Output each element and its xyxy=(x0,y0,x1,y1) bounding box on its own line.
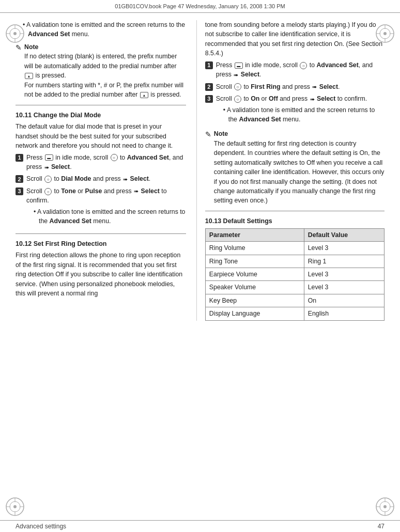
corner-decoration-tr xyxy=(375,24,395,43)
menu-icon-r-step1: ▬ xyxy=(235,62,243,69)
select-icon-step1: ➠ xyxy=(44,163,49,172)
table-row: Earpiece VolumeLevel 3 xyxy=(205,268,384,280)
note-text-2: Note The default setting for first ring … xyxy=(214,129,384,206)
select-icon-r-step3: ➠ xyxy=(310,95,315,104)
corner-decoration-bl xyxy=(5,497,25,517)
defaults-table: Parameter Default Value Ring VolumeLevel… xyxy=(205,228,384,321)
table-row: Display LanguageEnglish xyxy=(205,307,384,320)
corner-decoration-tl xyxy=(5,24,25,43)
table-cell-parameter: Display Language xyxy=(205,307,304,320)
footer-right: 47 xyxy=(378,523,384,530)
table-row: Key BeepOn xyxy=(205,294,384,307)
left-column: • A validation tone is emitted and the s… xyxy=(16,20,196,321)
select-icon-r-step2: ➠ xyxy=(312,83,317,91)
step-1012-3: 3 Scroll ○ to On or Off and press ➠ Sele… xyxy=(205,94,384,126)
step-1011-3-bullet: • A validation tone is emitted and the s… xyxy=(34,207,186,226)
divider-1 xyxy=(16,105,186,105)
header-text: 01GB01COV.book Page 47 Wednesday, Januar… xyxy=(115,3,285,9)
table-row: Ring VolumeLevel 3 xyxy=(205,242,384,255)
table-cell-value: Level 3 xyxy=(304,281,384,294)
header-bar: 01GB01COV.book Page 47 Wednesday, Januar… xyxy=(0,0,400,13)
section-1013-title: 10.13 Default Settings xyxy=(205,216,384,226)
intro-bullet-text: A validation tone is emitted and the scr… xyxy=(26,21,185,38)
step-1012-2: 2 Scroll ○ to First Ring and press ➠ Sel… xyxy=(205,82,384,91)
scroll-icon-r-step3: ○ xyxy=(234,96,241,103)
table-cell-value: English xyxy=(304,307,384,320)
step-1012-3-bullet: • A validation tone is emitted and the s… xyxy=(223,105,384,124)
scroll-icon-r-step1: ○ xyxy=(300,62,307,69)
menu-icon-step1: ▬ xyxy=(45,154,53,161)
select-icon-step3: ➠ xyxy=(134,187,139,196)
select-icon-r-step1: ➠ xyxy=(234,71,238,80)
table-cell-value: Ring 1 xyxy=(304,255,384,268)
note-icon-1: ✎ xyxy=(16,42,22,53)
corner-decoration-br xyxy=(375,497,395,517)
section-1012-continued: tone from sounding before a melody start… xyxy=(205,20,384,58)
table-cell-parameter: Ring Tone xyxy=(205,255,304,268)
svg-point-23 xyxy=(383,505,387,508)
step-1011-1: 1 Press ▬ in idle mode, scroll ○ to Adva… xyxy=(16,153,186,172)
scroll-icon-step1: ○ xyxy=(111,154,118,161)
menu-icon-inline-2: ▴ xyxy=(140,92,148,98)
table-cell-parameter: Speaker Volume xyxy=(205,281,304,294)
note-body-1: If no detect string (blank) is entered, … xyxy=(24,53,177,79)
step-1011-3: 3 Scroll ○ to Tone or Pulse and press ➠ … xyxy=(16,186,186,228)
note-body-2: For numbers starting with *, # or P, the… xyxy=(24,82,183,98)
main-content: • A validation tone is emitted and the s… xyxy=(0,15,400,326)
section-1011-steps: 1 Press ▬ in idle mode, scroll ○ to Adva… xyxy=(16,153,186,228)
scroll-icon-step2: ○ xyxy=(44,176,52,183)
table-cell-value: Level 3 xyxy=(304,268,384,280)
step-1012-1: 1 Press ▬ in idle mode, scroll ○ to Adva… xyxy=(205,60,384,80)
table-row: Speaker VolumeLevel 3 xyxy=(205,281,384,294)
svg-point-16 xyxy=(13,505,17,508)
divider-2 xyxy=(16,233,186,234)
table-cell-value: Level 3 xyxy=(304,242,384,255)
svg-point-9 xyxy=(383,32,387,35)
table-cell-parameter: Key Beep xyxy=(205,294,304,307)
footer-bar: Advanced settings 47 xyxy=(0,520,400,532)
section-1012-steps: 1 Press ▬ in idle mode, scroll ○ to Adva… xyxy=(205,60,384,127)
note2-body: The default setting for first ring detec… xyxy=(214,140,384,205)
section-1011-body: The default value for dial mode that is … xyxy=(16,122,186,150)
select-icon-step2: ➠ xyxy=(123,175,128,184)
intro-bullet: • A validation tone is emitted and the s… xyxy=(23,20,186,39)
divider-3 xyxy=(205,211,384,211)
footer-left: Advanced settings xyxy=(16,523,66,530)
scroll-icon-step3: ○ xyxy=(44,188,52,195)
section-1012-body: First ring detection allows the phone to… xyxy=(16,251,186,298)
table-cell-value: On xyxy=(304,294,384,307)
table-cell-parameter: Earpiece Volume xyxy=(205,268,304,280)
note-text-1: Note If no detect string (blank) is ente… xyxy=(24,42,186,100)
menu-icon-inline-1: ▴ xyxy=(25,73,33,79)
section-1012-title: 10.12 Set First Ring Detection xyxy=(16,239,186,249)
table-row: Ring ToneRing 1 xyxy=(205,255,384,268)
step-1011-2: 2 Scroll ○ to Dial Mode and press ➠ Sele… xyxy=(16,174,186,183)
svg-point-2 xyxy=(13,32,17,35)
table-header-default: Default Value xyxy=(304,228,384,241)
note-block-1: ✎ Note If no detect string (blank) is en… xyxy=(16,42,186,100)
table-header-parameter: Parameter xyxy=(205,228,304,241)
note-block-2: ✎ Note The default setting for first rin… xyxy=(205,129,384,206)
note-icon-2: ✎ xyxy=(205,129,211,140)
section-1011-title: 10.11 Change the Dial Mode xyxy=(16,111,186,120)
scroll-icon-r-step2: ○ xyxy=(234,83,241,90)
table-cell-parameter: Ring Volume xyxy=(205,242,304,255)
right-column: tone from sounding before a melody start… xyxy=(196,20,384,321)
